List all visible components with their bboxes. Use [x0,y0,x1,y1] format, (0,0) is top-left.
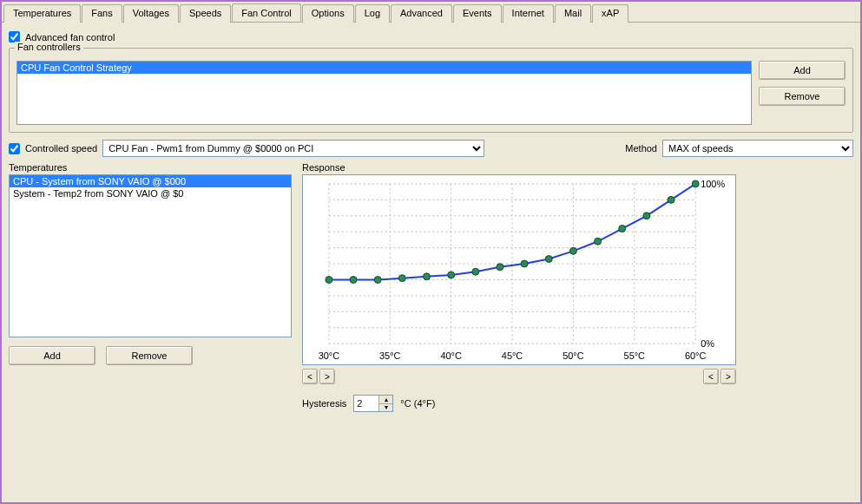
add-controller-button[interactable]: Add [759,61,846,80]
controlled-speed-checkbox[interactable] [9,143,20,154]
svg-text:45°C: 45°C [502,350,523,361]
chevron-right-icon: > [325,372,330,382]
svg-point-22 [424,273,431,280]
hysteresis-label: Hysteresis [302,398,346,409]
tab-events[interactable]: Events [453,4,502,23]
svg-point-24 [472,268,479,275]
tab-advanced[interactable]: Advanced [391,4,452,23]
hysteresis-up-button[interactable]: ▲ [379,396,392,404]
list-item[interactable]: System - Temp2 from SONY VAIO @ $0 [10,187,291,200]
fan-controllers-group: Fan controllers CPU Fan Control Strategy… [9,48,853,133]
chart-left-next-button[interactable]: > [319,369,335,384]
chevron-right-icon: > [726,372,731,382]
controlled-speed-combo[interactable]: CPU Fan - Pwm1 from Dummy @ $0000 on PCI [102,140,484,157]
svg-text:35°C: 35°C [379,350,401,361]
remove-temperature-button[interactable]: Remove [106,346,193,365]
method-combo[interactable]: MAX of speeds [662,140,853,157]
temperatures-listbox[interactable]: CPU - System from SONY VAIO @ $000System… [9,174,292,337]
response-label: Response [302,162,853,173]
tab-mail[interactable]: Mail [555,4,591,23]
tab-panel-fan-control: Advanced fan control Fan controllers CPU… [2,23,860,419]
tab-log[interactable]: Log [355,4,390,23]
temperatures-label: Temperatures [9,162,292,173]
hysteresis-input[interactable] [354,396,378,411]
hysteresis-spinner[interactable]: ▲ ▼ [353,395,393,412]
svg-point-29 [595,238,602,245]
svg-point-32 [668,196,674,203]
svg-point-30 [619,226,626,232]
svg-point-28 [569,247,576,254]
svg-text:55°C: 55°C [624,350,646,361]
tab-temperatures[interactable]: Temperatures [3,4,81,23]
chart-right-next-button[interactable]: > [721,369,736,384]
svg-point-26 [521,260,528,267]
list-item[interactable]: CPU - System from SONY VAIO @ $000 [10,175,291,187]
chart-right-prev-button[interactable]: < [703,369,719,384]
svg-point-25 [497,264,503,271]
fan-controllers-label: Fan controllers [15,42,83,52]
svg-text:30°C: 30°C [319,350,340,361]
svg-point-21 [398,275,405,282]
svg-point-27 [545,256,552,263]
svg-text:0%: 0% [701,338,714,349]
svg-point-31 [643,213,650,219]
chevron-left-icon: < [708,372,714,382]
tab-xap[interactable]: xAP [592,4,628,23]
response-chart[interactable]: 30°C35°C40°C45°C50°C55°C60°C100%0% [302,174,736,365]
tab-fan-control[interactable]: Fan Control [232,3,300,22]
method-label: Method [625,143,657,154]
tab-fans[interactable]: Fans [82,4,122,23]
tab-speeds[interactable]: Speeds [180,4,231,23]
add-temperature-button[interactable]: Add [9,346,95,365]
svg-text:50°C: 50°C [563,350,584,361]
remove-controller-button[interactable]: Remove [759,87,846,106]
controlled-speed-label: Controlled speed [25,143,97,154]
tab-voltages[interactable]: Voltages [123,4,179,23]
chart-left-prev-button[interactable]: < [302,369,318,384]
svg-point-18 [326,277,332,284]
svg-point-20 [374,277,381,284]
hysteresis-suffix: °C (4°F) [400,398,435,409]
tab-bar: TemperaturesFansVoltagesSpeedsFan Contro… [2,2,860,23]
tab-internet[interactable]: Internet [503,4,554,23]
tab-options[interactable]: Options [302,4,354,23]
fan-controllers-listbox[interactable]: CPU Fan Control Strategy [16,61,752,125]
advanced-fan-control-label: Advanced fan control [25,32,115,43]
svg-text:40°C: 40°C [440,350,462,361]
list-item[interactable]: CPU Fan Control Strategy [17,62,751,74]
chevron-left-icon: < [307,372,313,382]
svg-text:100%: 100% [701,179,725,189]
hysteresis-down-button[interactable]: ▼ [379,404,392,412]
svg-text:60°C: 60°C [685,350,707,361]
svg-point-23 [448,272,455,278]
svg-point-33 [692,180,699,187]
svg-point-19 [350,277,357,284]
